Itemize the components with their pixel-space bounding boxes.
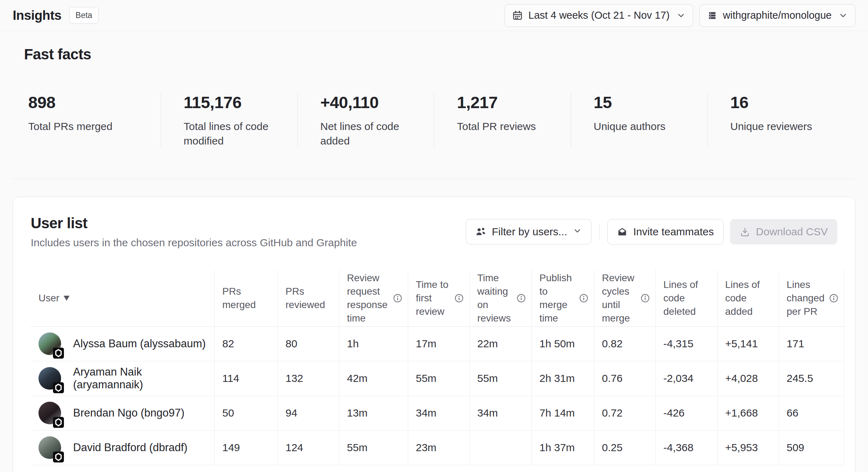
section-divider (13, 179, 855, 179)
col-header-prs-merged[interactable]: PRs merged (214, 270, 278, 326)
beta-badge: Beta (69, 7, 99, 24)
avatar (38, 402, 61, 424)
cell-publish-to-merge-time: 2h 31m (531, 361, 594, 396)
user-name: Aryaman Naik (aryamannaik) (73, 366, 209, 391)
stat-value: 1,217 (457, 93, 571, 112)
stat-label: Net lines of code added (320, 119, 426, 148)
col-header-label: User (38, 291, 59, 305)
cell-lines-of-code-added: +1,668 (717, 396, 779, 430)
date-range-label: Last 4 weeks (Oct 21 - Nov 17) (528, 10, 670, 21)
user-cell[interactable]: Brendan Ngo (bngo97) (31, 396, 214, 430)
user-list-header: User list Includes users in the chosen r… (31, 215, 837, 249)
cell-time-waiting-on-reviews: 55m (469, 361, 531, 396)
col-header-review-cycles-until-merge[interactable]: Review cycles until merge (594, 270, 655, 326)
col-header-time-to-first-review[interactable]: Time to first review (408, 270, 469, 326)
stat-net-lines-of-code-added: +40,110Net lines of code added (297, 93, 434, 148)
cell-review-request-response-time: 42m (339, 361, 408, 396)
cell-review-cycles-until-merge: 0.72 (594, 396, 655, 430)
table-row: Alyssa Baum (alyssabaum)82801h17m22m1h 5… (31, 326, 844, 361)
stat-value: +40,110 (320, 93, 434, 112)
col-header-lines-changed-per-pr[interactable]: Lines changed per PR (779, 270, 844, 326)
invite-teammates-label: Invite teammates (633, 226, 714, 238)
download-csv-label: Download CSV (756, 226, 828, 238)
info-icon[interactable] (454, 294, 464, 303)
cell-time-to-first-review: 55m (408, 361, 469, 396)
actions-divider (599, 224, 600, 240)
user-cell[interactable]: Alyssa Baum (alyssabaum) (31, 326, 214, 361)
user-list-subtitle: Includes users in the chosen repositorie… (31, 237, 357, 249)
download-icon (739, 226, 750, 237)
col-header-review-request-response-time[interactable]: Review request response time (339, 270, 408, 326)
stat-value: 898 (28, 93, 161, 112)
cell-lines-of-code-deleted: -4,315 (655, 326, 717, 361)
stat-label: Unique authors (594, 119, 700, 134)
cell-prs-reviewed: 94 (278, 396, 339, 430)
cell-prs-reviewed: 132 (278, 361, 339, 396)
cell-lines-of-code-deleted: -2,034 (655, 361, 717, 396)
filter-by-users-button[interactable]: Filter by users... (466, 219, 591, 244)
people-icon (475, 226, 486, 237)
repo-icon (707, 10, 718, 21)
stat-label: Unique reviewers (730, 119, 836, 134)
cell-lines-changed-per-pr: 171 (779, 326, 844, 361)
info-icon[interactable] (393, 294, 402, 303)
col-header-lines-of-code-deleted[interactable]: Lines of code deleted (655, 270, 717, 326)
cell-lines-of-code-deleted: -4,368 (655, 430, 717, 465)
col-header-publish-to-merge-time[interactable]: Publish to merge time (531, 270, 594, 326)
col-header-label: Time waiting on reviews (477, 271, 512, 325)
cell-review-cycles-until-merge: 0.76 (594, 361, 655, 396)
chevron-down-icon (838, 11, 848, 20)
stat-unique-reviewers: 16Unique reviewers (707, 93, 844, 148)
filter-by-users-label: Filter by users... (492, 226, 567, 238)
info-icon[interactable] (641, 294, 650, 303)
col-header-label: Review cycles until merge (602, 271, 636, 325)
invite-teammates-button[interactable]: Invite teammates (607, 219, 723, 244)
page-title: Insights (13, 8, 61, 23)
avatar (38, 332, 61, 355)
stat-value: 115,176 (184, 93, 297, 112)
cell-lines-of-code-added: +4,028 (717, 361, 779, 396)
col-header-lines-of-code-added[interactable]: Lines of code added (717, 270, 779, 326)
user-cell[interactable]: Aryaman Naik (aryamannaik) (31, 361, 214, 396)
user-cell[interactable]: David Bradford (dbradf) (31, 430, 214, 465)
cell-lines-changed-per-pr: 509 (779, 430, 844, 465)
repo-selector[interactable]: withgraphite/monologue (700, 4, 855, 27)
col-header-label: Lines of code added (725, 278, 773, 318)
stat-total-pr-reviews: 1,217Total PR reviews (434, 93, 571, 148)
mail-icon (617, 226, 628, 237)
chevron-down-icon (573, 226, 582, 238)
download-csv-button[interactable]: Download CSV (730, 219, 837, 244)
cell-prs-reviewed: 124 (278, 430, 339, 465)
table-header-row: UserPRs mergedPRs reviewedReview request… (31, 270, 844, 326)
table-row: Brendan Ngo (bngo97)509413m34m34m7h 14m0… (31, 396, 844, 430)
user-name: David Bradford (dbradf) (73, 441, 188, 454)
calendar-icon (512, 10, 523, 21)
stat-label: Total lines of code modified (184, 119, 290, 148)
user-table: UserPRs mergedPRs reviewedReview request… (31, 270, 844, 465)
date-range-selector[interactable]: Last 4 weeks (Oct 21 - Nov 17) (505, 4, 693, 27)
avatar (38, 436, 61, 459)
fast-facts-title: Fast facts (24, 46, 844, 63)
cell-prs-merged: 114 (214, 361, 278, 396)
cell-prs-merged: 82 (214, 326, 278, 361)
stat-unique-authors: 15Unique authors (571, 93, 707, 148)
cell-publish-to-merge-time: 7h 14m (531, 396, 594, 430)
col-header-label: Review request response time (347, 271, 389, 325)
col-header-label: PRs reviewed (286, 285, 333, 312)
col-header-prs-reviewed[interactable]: PRs reviewed (278, 270, 339, 326)
topbar: Insights Beta Last 4 weeks (Oct 21 - Nov… (0, 0, 868, 31)
col-header-user[interactable]: User (31, 270, 214, 326)
info-icon[interactable] (829, 294, 838, 303)
cell-lines-of-code-added: +5,141 (717, 326, 779, 361)
cell-time-waiting-on-reviews: 34m (469, 396, 531, 430)
info-icon[interactable] (517, 294, 526, 303)
avatar (38, 367, 61, 390)
cell-time-to-first-review: 17m (408, 326, 469, 361)
info-icon[interactable] (579, 294, 588, 303)
repo-selector-label: withgraphite/monologue (723, 10, 832, 21)
cell-review-request-response-time: 55m (339, 430, 408, 465)
stats-row: 898Total PRs merged115,176Total lines of… (24, 93, 844, 148)
col-header-time-waiting-on-reviews[interactable]: Time waiting on reviews (469, 270, 531, 326)
user-name: Alyssa Baum (alyssabaum) (73, 337, 206, 350)
col-header-label: PRs merged (222, 285, 272, 312)
